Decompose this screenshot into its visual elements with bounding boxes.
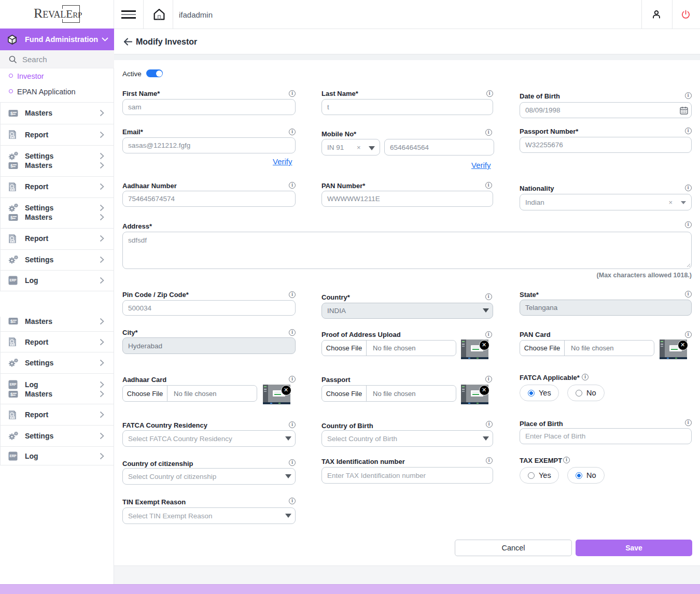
svg-text:ERP: ERP	[9, 383, 17, 386]
svg-text:$: $	[10, 392, 13, 397]
svg-text:$: $	[10, 163, 13, 168]
svg-text:$: $	[10, 215, 13, 220]
svg-text:$: $	[10, 111, 13, 116]
svg-text:ERP: ERP	[9, 454, 17, 458]
svg-text:$: $	[10, 319, 13, 324]
svg-text:ERP: ERP	[9, 278, 17, 282]
